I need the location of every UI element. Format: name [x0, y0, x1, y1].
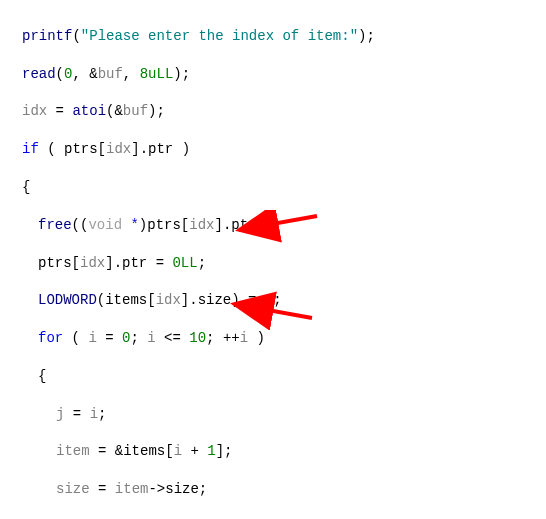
code-line: if ( ptrs[idx].ptr ) [0, 140, 546, 159]
code-line: read(0, &buf, 8uLL); [0, 65, 546, 84]
svg-line-1 [234, 304, 312, 318]
code-line: ptrs[idx].ptr = 0LL; [0, 254, 546, 273]
code-line: for ( i = 0; i <= 10; ++i ) [0, 329, 546, 348]
annotation-arrow-icon [227, 210, 322, 250]
fn-free: free [38, 217, 72, 233]
fn-printf: printf [22, 28, 72, 44]
code-line: printf("Please enter the index of item:"… [0, 27, 546, 46]
code-line: size = item->size; [0, 480, 546, 499]
svg-line-0 [239, 216, 317, 230]
keyword-if: if [22, 141, 39, 157]
code-block: printf("Please enter the index of item:"… [0, 8, 546, 519]
code-line: item = &items[i + 1]; [0, 442, 546, 461]
code-line: j = i; [0, 405, 546, 424]
annotation-arrow-icon [222, 290, 317, 330]
keyword-for: for [38, 330, 63, 346]
code-line: { [0, 367, 546, 386]
code-line: { [0, 178, 546, 197]
string-literal: "Please enter the index of item:" [81, 28, 358, 44]
fn-read: read [22, 66, 56, 82]
code-line: idx = atoi(&buf); [0, 102, 546, 121]
